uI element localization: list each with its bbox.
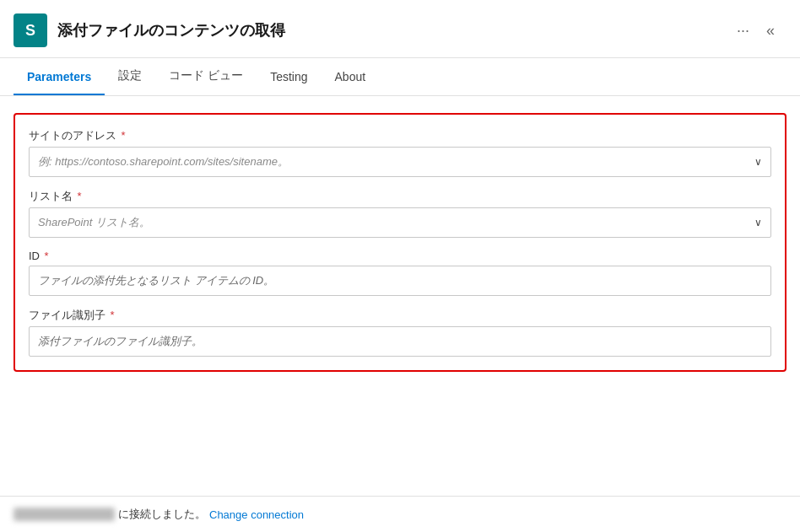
list-name-label: リスト名 * [29,189,771,204]
list-name-chevron-icon: ∨ [754,217,762,228]
app-icon: S [14,13,47,47]
action-panel: S 添付ファイルのコンテンツの取得 ··· « Parameters 設定 コー… [0,0,800,532]
more-button[interactable]: ··· [732,19,754,43]
form-area: サイトのアドレス * 例: https://contoso.sharepoint… [0,96,800,496]
connection-account [14,508,115,521]
collapse-button[interactable]: « [761,19,780,43]
site-address-label: サイトのアドレス * [29,128,771,143]
id-input[interactable]: ファイルの添付先となるリスト アイテムの ID。 [29,266,771,296]
file-identifier-input[interactable]: 添付ファイルのファイル識別子。 [29,326,771,357]
header-actions: ··· « [732,19,780,43]
id-placeholder: ファイルの添付先となるリスト アイテムの ID。 [38,274,274,287]
more-icon: ··· [737,22,749,39]
site-address-dropdown[interactable]: 例: https://contoso.sharepoint.com/sites/… [29,147,771,177]
tab-about[interactable]: About [322,60,380,95]
site-address-placeholder: 例: https://contoso.sharepoint.com/sites/… [38,154,289,169]
tab-settings[interactable]: 設定 [105,58,155,95]
footer: に接続しました。 Change connection [0,496,800,532]
tab-testing[interactable]: Testing [257,60,321,95]
header-left: S 添付ファイルのコンテンツの取得 [14,13,285,47]
connection-text: に接続しました。 [118,507,206,522]
list-name-placeholder: SharePoint リスト名。 [38,215,150,230]
panel-header: S 添付ファイルのコンテンツの取得 ··· « [0,0,800,58]
site-address-chevron-icon: ∨ [754,156,762,168]
form-box: サイトのアドレス * 例: https://contoso.sharepoint… [14,113,786,372]
change-connection-link[interactable]: Change connection [209,508,304,521]
list-name-dropdown[interactable]: SharePoint リスト名。 ∨ [29,207,771,238]
list-name-required: * [74,190,82,202]
site-address-field: サイトのアドレス * 例: https://contoso.sharepoint… [29,128,771,177]
id-label: ID * [29,250,771,262]
file-identifier-field: ファイル識別子 * 添付ファイルのファイル識別子。 [29,308,771,357]
file-identifier-placeholder: 添付ファイルのファイル識別子。 [38,335,203,347]
tab-codeview[interactable]: コード ビュー [155,58,257,95]
collapse-icon: « [766,22,775,39]
file-identifier-label: ファイル識別子 * [29,308,771,323]
file-identifier-required: * [107,309,115,321]
id-required: * [41,250,49,262]
site-address-required: * [118,129,126,142]
list-name-field: リスト名 * SharePoint リスト名。 ∨ [29,189,771,238]
panel-title: 添付ファイルのコンテンツの取得 [57,20,285,40]
id-field: ID * ファイルの添付先となるリスト アイテムの ID。 [29,250,771,296]
tab-bar: Parameters 設定 コード ビュー Testing About [0,58,800,96]
tab-parameters[interactable]: Parameters [14,60,105,95]
